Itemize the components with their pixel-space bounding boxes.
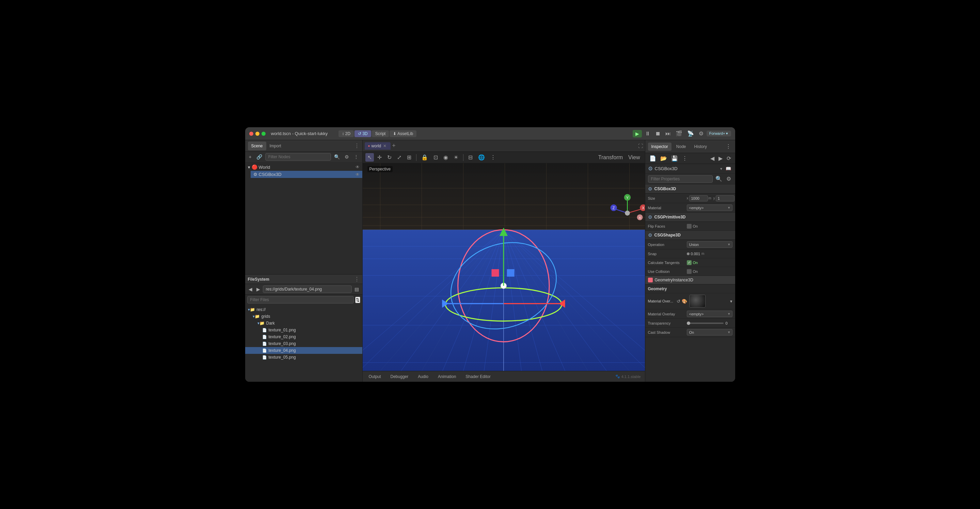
filter-search-button[interactable]: 🔍 — [714, 175, 724, 183]
viewport-canvas[interactable]: Y X Z X — [363, 163, 645, 371]
nav-forward-button[interactable]: ▶ — [255, 286, 261, 293]
add-tab-button[interactable]: + — [392, 142, 396, 149]
size-x-input[interactable] — [689, 195, 708, 201]
scene-menu-button[interactable]: ⋮ — [354, 143, 360, 149]
assetlib-button[interactable]: ⬇ AssetLib — [390, 130, 417, 137]
fs-item-dark[interactable]: ▾📁 Dark — [245, 320, 362, 327]
filter-files-input[interactable] — [247, 296, 354, 303]
more-viewport-button[interactable]: ⋮ — [488, 153, 498, 162]
tab-close-button[interactable]: ✕ — [382, 144, 387, 148]
filter-sort-button[interactable]: ⇅ — [355, 297, 360, 303]
world-tab[interactable]: ● world ✕ — [365, 142, 391, 150]
shader-editor-tab[interactable]: Shader Editor — [463, 373, 492, 381]
transform-all-button[interactable]: ⊞ — [405, 153, 414, 162]
pause-button[interactable]: ⏸ — [643, 130, 652, 138]
calc-tangents-toggle: ✓ On — [687, 260, 698, 265]
stop-button[interactable]: ⏹ — [654, 130, 662, 138]
filter-options-button[interactable]: ⚙ — [343, 153, 351, 160]
remote-button[interactable]: 📡 — [686, 130, 696, 138]
rotate-tool-button[interactable]: ↻ — [385, 153, 394, 162]
fs-item-tex05[interactable]: 📄 texture_05.png — [245, 354, 362, 361]
visibility-icon-world[interactable]: 👁 — [355, 165, 360, 170]
tree-item-csgbox3d[interactable]: ⚙ CSGBox3D 👁 — [251, 171, 362, 178]
view-mode-button[interactable]: View — [626, 154, 642, 162]
inspector-tab[interactable]: Inspector — [648, 143, 671, 151]
transform-mode-button[interactable]: Transform — [596, 154, 625, 162]
add-node-button[interactable]: + — [247, 153, 253, 160]
import-tab[interactable]: Import — [266, 141, 285, 151]
script-mode-button[interactable]: Script — [372, 130, 389, 137]
tree-item-world[interactable]: ▾ 🔴 World 👁 — [245, 163, 362, 171]
grid-view-button[interactable]: ▤ — [353, 286, 360, 293]
file-icon-tex04: 📄 — [262, 349, 267, 353]
calc-tangents-checkbox[interactable]: ✓ — [687, 260, 692, 265]
move-tool-button[interactable]: ✛ — [375, 153, 384, 162]
step-button[interactable]: ⏭ — [663, 130, 673, 138]
history-list[interactable]: ⟳ — [725, 154, 732, 162]
output-tab[interactable]: Output — [367, 373, 383, 381]
history-tab[interactable]: History — [691, 143, 710, 151]
toolbar-more[interactable]: ⋮ — [681, 154, 689, 162]
open-scene-icon[interactable]: 📂 — [659, 154, 668, 162]
save-scene-icon[interactable]: 💾 — [670, 154, 679, 162]
fs-item-tex02[interactable]: 📄 texture_02.png — [245, 333, 362, 340]
fs-item-grids[interactable]: ▾📁 grids — [245, 313, 362, 320]
new-scene-icon[interactable]: 📄 — [648, 154, 657, 162]
close-button[interactable] — [249, 132, 253, 136]
filter-properties-input[interactable] — [648, 175, 713, 183]
history-back[interactable]: ◀ — [709, 154, 716, 162]
3d-mode-button[interactable]: ↺ 3D — [355, 130, 371, 137]
mat-dropdown-button[interactable]: ▾ — [730, 299, 732, 304]
material-dropdown[interactable]: <empty> ▾ — [687, 205, 732, 211]
mat-reset-button[interactable]: ↺ — [676, 299, 680, 304]
nav-back-button[interactable]: ◀ — [247, 286, 254, 293]
lock-button[interactable]: 🔒 — [419, 153, 430, 162]
size-y-input[interactable] — [716, 195, 735, 201]
sun-button[interactable]: ☀ — [452, 153, 460, 162]
filter-nodes-input[interactable] — [265, 153, 331, 160]
settings-button[interactable]: ⚙ — [697, 130, 705, 138]
mat-color-button[interactable]: 🎨 — [682, 299, 687, 304]
collision-button[interactable]: ◉ — [441, 153, 450, 162]
flip-faces-checkbox[interactable] — [687, 224, 692, 228]
debugger-tab[interactable]: Debugger — [388, 373, 410, 381]
node-tab[interactable]: Node — [673, 143, 690, 151]
audio-tab[interactable]: Audio — [416, 373, 430, 381]
fullscreen-button[interactable]: ⛶ — [638, 143, 643, 149]
play-button[interactable]: ▶ — [633, 130, 642, 138]
geometry-sub-label: Geometry — [648, 287, 667, 291]
inspector-menu-button[interactable]: ⋮ — [724, 143, 732, 151]
globe-button[interactable]: 🌐 — [476, 153, 487, 162]
visibility-icon-csgbox[interactable]: 👁 — [355, 172, 360, 177]
more-options-button[interactable]: ⋮ — [352, 153, 360, 160]
scale-tool-button[interactable]: ⤢ — [395, 153, 404, 162]
history-forward[interactable]: ▶ — [717, 154, 724, 162]
snap-button[interactable]: ⊡ — [431, 153, 440, 162]
filesystem-menu-button[interactable]: ⋮ — [354, 276, 360, 282]
movie-button[interactable]: 🎬 — [674, 130, 684, 138]
maximize-button[interactable] — [261, 132, 266, 136]
fs-item-res[interactable]: ▾📁 res:// — [245, 306, 362, 313]
filter-options-button[interactable]: ⚙ — [725, 175, 732, 183]
grid-button[interactable]: ⊟ — [466, 153, 475, 162]
use-collision-checkbox[interactable] — [687, 269, 692, 274]
link-button[interactable]: 🔗 — [255, 153, 264, 160]
select-tool-button[interactable]: ↖ — [365, 153, 374, 162]
operation-dropdown[interactable]: Union ▾ — [687, 241, 732, 248]
scene-tab[interactable]: Scene — [248, 141, 266, 151]
minimize-button[interactable] — [255, 132, 259, 136]
animation-tab[interactable]: Animation — [436, 373, 458, 381]
search-button[interactable]: 🔍 — [332, 153, 342, 160]
fs-item-tex01[interactable]: 📄 texture_01.png — [245, 327, 362, 333]
node-expand-arrow[interactable]: ▾ — [720, 166, 722, 171]
renderer-badge[interactable]: Forward+ ▾ — [706, 131, 731, 136]
transparency-slider[interactable] — [687, 323, 724, 324]
cast-shadow-dropdown[interactable]: On ▾ — [687, 329, 732, 336]
2d-mode-button[interactable]: ↕ 2D — [339, 130, 354, 137]
node-doc-button[interactable]: 📖 — [724, 165, 732, 172]
fs-item-tex04[interactable]: 📄 texture_04.png — [245, 347, 362, 354]
fs-item-tex03[interactable]: 📄 texture_03.png — [245, 340, 362, 347]
path-input[interactable] — [263, 285, 352, 293]
csgbox3d-section-header: ⚙ CSGBox3D — [645, 184, 735, 193]
mat-overlay-dropdown[interactable]: <empty> ▾ — [687, 311, 732, 317]
